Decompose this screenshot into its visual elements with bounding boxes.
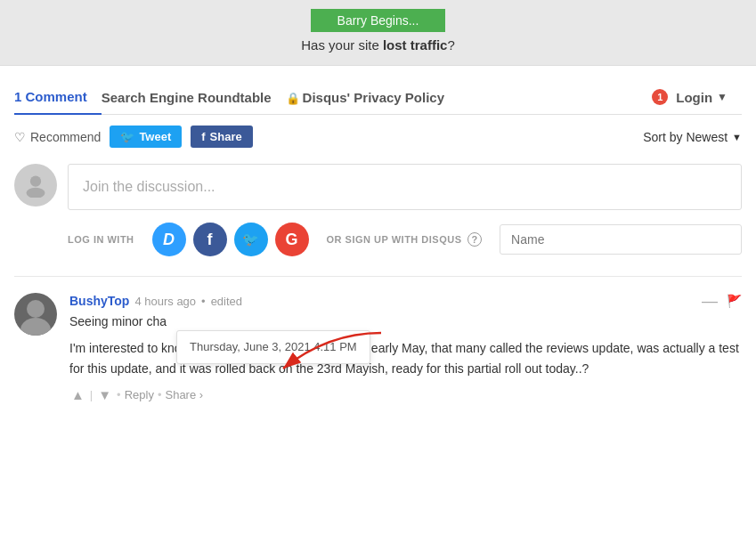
comment-item: BushyTop 4 hours ago • edited — 🚩 Seeing… — [14, 293, 742, 402]
default-user-icon — [23, 173, 48, 198]
comment-first-line: Seeing minor cha — [69, 312, 742, 331]
svg-point-0 — [30, 176, 41, 187]
sort-by-arrow-icon: ▼ — [732, 132, 742, 142]
upvote-button[interactable]: ▲ — [69, 387, 86, 402]
banner-text-after: ? — [447, 37, 454, 53]
login-section: LOG IN WITH D f 🐦 G OR SIGN UP WITH DISQ… — [14, 215, 742, 260]
downvote-button[interactable]: ▼ — [96, 387, 113, 402]
comment-meta-left: BushyTop 4 hours ago • edited — [69, 294, 242, 308]
tweet-button[interactable]: 🐦 Tweet — [110, 126, 182, 148]
vote-separator: | — [90, 388, 93, 401]
twitter-login-icon: 🐦 — [242, 231, 259, 247]
comment-meta: BushyTop 4 hours ago • edited — 🚩 — [69, 293, 742, 309]
comment-body: BushyTop 4 hours ago • edited — 🚩 Seeing… — [69, 293, 742, 402]
facebook-login-icon: f — [207, 231, 213, 249]
action-dot: • — [117, 388, 121, 401]
comment-input[interactable]: Join the discussion... — [68, 164, 742, 210]
disqus-container: 1 Comment Search Engine Roundtable 🔒Disq… — [0, 80, 756, 429]
banner-green-button[interactable]: Barry Begins... — [311, 9, 446, 32]
or-sign-up-label: OR SIGN UP WITH DISQUS ? — [327, 232, 483, 247]
name-input-wrap — [500, 224, 742, 255]
login-arrow: ▼ — [717, 91, 728, 103]
comment-bullet: • — [201, 295, 206, 308]
twitter-login-button[interactable]: 🐦 — [234, 223, 268, 256]
banner-text: Has your site lost traffic? — [0, 37, 756, 53]
comment-text: Seeing minor cha — [69, 312, 742, 331]
login-badge: 1 — [652, 89, 668, 105]
action-bar-left: ♡ Recommend 🐦 Tweet f Share — [14, 126, 253, 148]
sort-by-label: Sort by Newest — [643, 130, 728, 144]
flag-button[interactable]: 🚩 — [727, 294, 742, 308]
facebook-icon: f — [201, 130, 205, 143]
recommend-button[interactable]: ♡ Recommend — [14, 130, 101, 144]
disqus-icon: D — [163, 231, 175, 249]
log-in-with-label: LOG IN WITH — [68, 234, 134, 245]
comment-paragraph: I'm interested to know whether the chang… — [69, 338, 742, 378]
recommend-label: Recommend — [30, 130, 101, 144]
help-circle-icon[interactable]: ? — [467, 232, 482, 247]
reply-link[interactable]: Reply — [125, 388, 154, 401]
facebook-login-button[interactable]: f — [193, 223, 227, 256]
heart-icon: ♡ — [14, 130, 26, 144]
tweet-label: Tweet — [139, 130, 171, 143]
comment-input-area: Join the discussion... — [14, 164, 742, 210]
social-buttons: D f 🐦 G — [152, 223, 309, 256]
user-avatar-placeholder — [14, 164, 57, 207]
sort-by-dropdown[interactable]: Sort by Newest ▼ — [643, 130, 742, 144]
tab-search-engine[interactable]: Search Engine Roundtable — [102, 81, 286, 114]
comment-meta-right: — 🚩 — [702, 293, 742, 309]
banner: Barry Begins... Has your site lost traff… — [0, 0, 756, 66]
lock-icon: 🔒 — [286, 92, 300, 105]
section-divider — [14, 276, 742, 277]
tab-privacy-policy[interactable]: 🔒Disqus' Privacy Policy — [286, 81, 459, 114]
minimize-button[interactable]: — — [702, 293, 718, 309]
action-bar: ♡ Recommend 🐦 Tweet f Share Sort by Newe… — [14, 115, 742, 155]
comment-actions: ▲ | ▼ • Reply • Share › — [69, 387, 742, 402]
disqus-login-button[interactable]: D — [152, 223, 186, 256]
name-input[interactable] — [500, 224, 742, 255]
share-label: Share — [210, 130, 242, 143]
comment-time: 4 hours ago — [134, 295, 196, 308]
twitter-bird-icon: 🐦 — [120, 130, 134, 143]
svg-point-1 — [27, 188, 45, 198]
action-dot-2: • — [158, 388, 162, 401]
share-link[interactable]: Share › — [165, 388, 203, 401]
comment-edited-label: edited — [211, 295, 242, 308]
comment-first-line-text: Seeing minor cha — [69, 312, 167, 331]
login-label: Login — [676, 90, 712, 105]
banner-text-before: Has your site — [301, 37, 383, 53]
tab-login[interactable]: 1 Login ▼ — [652, 80, 742, 114]
facebook-share-button[interactable]: f Share — [191, 126, 252, 148]
comment-author[interactable]: BushyTop — [69, 294, 129, 308]
banner-text-bold: lost traffic — [383, 37, 448, 53]
comment-thread: BushyTop 4 hours ago • edited — 🚩 Seeing… — [14, 293, 742, 429]
red-arrow-annotation — [274, 328, 390, 387]
tab-comments[interactable]: 1 Comment — [14, 80, 102, 115]
google-login-button[interactable]: G — [275, 223, 309, 256]
comment-avatar — [14, 293, 57, 336]
nav-tabs: 1 Comment Search Engine Roundtable 🔒Disq… — [14, 80, 742, 115]
google-login-icon: G — [286, 231, 298, 249]
